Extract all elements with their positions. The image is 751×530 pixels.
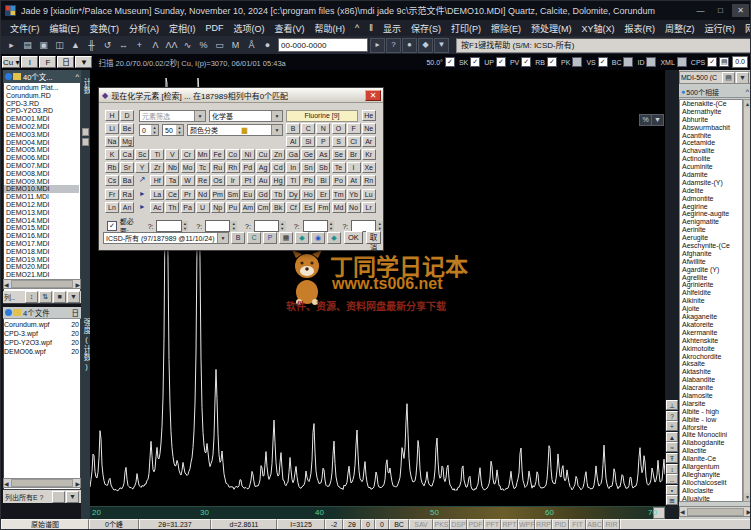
offset-spinner[interactable]: 0.0 [732,56,748,68]
phase-list-item[interactable]: Allabogdanite [680,439,742,447]
element-button[interactable]: Sc [135,149,149,160]
element-button[interactable]: Eu [241,189,255,200]
file-list-item[interactable]: Corundum.RD [4,92,79,100]
filter-letter-button[interactable]: ▦ [279,232,293,244]
file-list-item[interactable]: DEMO02.MDI [4,123,79,131]
dropdown-icon[interactable]: ▼ [736,72,749,84]
phase-list-item[interactable]: Aerugite [680,234,742,242]
file-list-item[interactable]: DEMO18.MDI [4,248,79,256]
element-button[interactable]: Np [211,202,225,213]
element-button[interactable]: Ca [120,149,134,160]
phase-list-item[interactable]: Afghanite [680,250,742,258]
element-button[interactable]: As [316,149,330,160]
phase-list-item[interactable]: Akhtenskite [680,337,742,345]
m-icon[interactable]: M [228,38,243,52]
phase-list-item[interactable]: Allargentum [680,463,742,471]
wpf-list-item[interactable]: DEMO06.wpf20 [4,347,79,356]
grid-toggle-icon[interactable]: ▤ [719,57,729,67]
database-combo[interactable]: MDI-500 (C ▤ ▼ [679,71,751,84]
phase-list-header[interactable]: ● 500个相接 ^ [679,86,751,98]
spinner-arrows[interactable]: ▲▼ [328,221,335,231]
checkbox[interactable]: ✓ [521,57,531,67]
element-button[interactable]: Sm [226,189,240,200]
dropdown-icon[interactable]: ▼ [271,111,282,121]
element-button[interactable]: Cm [256,202,270,213]
status-segment[interactable]: PDF [467,519,484,530]
checkbox[interactable]: ✓ [470,57,480,67]
scroll-thumb[interactable] [687,508,745,516]
print-icon[interactable]: ▣ [36,38,51,52]
file-list-item[interactable]: DEMO05.MDI [4,146,79,154]
checkbox[interactable] [572,57,582,67]
dropdown-icon[interactable]: ▼ [66,491,79,503]
file-list-item[interactable]: CPD-3.RD [4,100,79,108]
database-selector-combo[interactable]: ICSD-所有 (97/187989 @11/10/24) ▼ [103,232,229,244]
scan-toolbar-button[interactable]: 日 [57,56,74,68]
wpf-list-hscrollbar[interactable]: ◀ ▶ [3,478,81,488]
element-button[interactable]: An [120,202,134,213]
menu-item[interactable]: 文件(F) [5,21,45,36]
phase-list-item[interactable]: Alleghanyite [680,471,742,479]
side-tool-button[interactable]: ≈ [666,442,678,452]
element-button[interactable]: Y [135,162,149,173]
status-segment[interactable]: ABC [586,519,603,530]
phase-list-item[interactable]: Agardite (Y) [680,266,742,274]
element-button[interactable]: Cr [181,149,195,160]
scroll-right-icon[interactable]: ▶ [75,281,80,288]
file-list-item[interactable]: DEMO16.MDI [4,232,79,240]
element-button[interactable]: Sn [301,162,315,173]
element-button[interactable]: Cd [271,162,285,173]
menu-item[interactable]: 保存(S) [406,21,446,36]
strip-button[interactable] [82,128,89,136]
wpf-list-item[interactable]: CPD-Y2O3.wpf20 [4,338,79,347]
overlay-icon[interactable]: ▲ [68,38,83,52]
status-segment[interactable]: 2θ [343,519,361,530]
element-button[interactable]: At [347,175,361,186]
scroll-left-icon[interactable]: ◀ [680,508,685,515]
file-list-item[interactable]: DEMO17.MDI [4,240,79,248]
status-segment[interactable]: 2θ=31.237 [139,519,211,530]
file-list-item[interactable]: DEMO14.MDI [4,217,79,225]
status-segment[interactable]: RIR [603,519,620,530]
element-button[interactable]: In [286,162,300,173]
element-button[interactable]: Ga [286,149,300,160]
chemical-base-combo[interactable]: 化学基▼ [209,110,283,122]
spinner-arrows[interactable]: ▲▼ [182,221,189,231]
element-button[interactable]: Th [165,202,179,213]
element-button[interactable]: Gd [256,189,270,200]
scroll-left-icon[interactable]: ◀ [4,480,9,487]
status-segment[interactable]: DSP [450,519,467,530]
element-button[interactable]: Al [286,136,300,147]
phase-list-item[interactable]: Aegirine [680,203,742,211]
display-mode-icon[interactable]: ◫ [52,38,67,52]
phase-list-item[interactable]: Albite - high [680,408,742,416]
element-button[interactable]: Ra [120,189,134,200]
filter-diamond-button[interactable]: ◆ [327,232,341,244]
dialog-close-icon[interactable]: ✕ [365,90,381,101]
cancel-button[interactable]: 取消 [366,231,382,244]
axes-icon[interactable]: ╫ [84,38,99,52]
element-button[interactable]: D [120,110,134,121]
element-button[interactable]: Cl [347,136,361,147]
element-button[interactable]: Re [196,175,210,186]
status-segment[interactable]: -2 [325,519,343,530]
option-button[interactable] [52,491,65,503]
file-list-item[interactable]: CPD-Y2O3.RD [4,107,79,115]
phase-list-item[interactable]: Akermanite [680,329,742,337]
scroll-left-icon[interactable]: ◀ [4,281,9,288]
element-button[interactable]: Rh [226,162,240,173]
menu-item[interactable]: ‖ [364,22,378,34]
status-segment[interactable]: PKS [433,519,450,530]
file-list-item[interactable]: DEMO15.MDI [4,224,79,232]
element-button[interactable]: O [332,123,346,134]
menu-item[interactable]: 打印(P) [446,21,486,36]
checkbox[interactable]: ✓ [496,57,506,67]
file-list-item[interactable]: DEMO04.MDI [4,139,79,147]
phase-list-item[interactable]: Alforsite [680,424,742,432]
element-button[interactable]: Ag [256,162,270,173]
element-button[interactable]: Hg [271,175,285,186]
phase-list-item[interactable]: Alloclasite [680,487,742,495]
menu-item[interactable]: 查看(V) [270,21,310,36]
side-tool-button[interactable]: Ŧ [666,453,678,463]
phase-list-item[interactable]: Akimotoite [680,345,742,353]
